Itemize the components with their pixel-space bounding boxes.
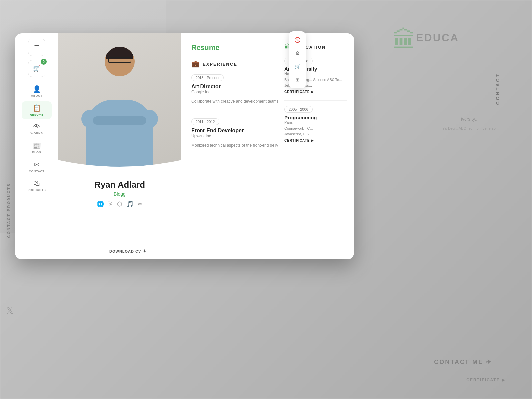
blog-icon: 📰	[33, 142, 41, 150]
toolbar-btn-4[interactable]: ⊞	[291, 74, 303, 86]
social-icons: 🌐 𝕏 ⬡ 🎵 ✏	[65, 200, 175, 208]
bg-uni-text: iversity...	[461, 116, 479, 122]
profile-card-footer: DOWNLOAD CV ⬇ CONTACT ME ✈	[101, 243, 181, 259]
exp-company-1: Google Inc.	[191, 90, 221, 94]
experience-icon: 💼	[191, 60, 200, 68]
download-cv-label: DOWNLOAD CV	[109, 249, 141, 253]
sidebar-item-works[interactable]: 👁 WORKS	[22, 120, 52, 138]
person-head	[105, 47, 135, 76]
sidebar-item-about[interactable]: 👤 ABOUT	[22, 82, 52, 100]
cart-badge: 0	[41, 59, 47, 65]
download-cv-button[interactable]: DOWNLOAD CV ⬇	[109, 249, 146, 253]
edu-item-2: 2005 - 2006 Programming Paris Coursework…	[284, 106, 347, 142]
download-icon: ⬇	[143, 249, 146, 253]
bg-contact-vertical: CONTACT	[495, 73, 500, 105]
social-globe[interactable]: 🌐	[97, 200, 104, 208]
profile-photo-area	[58, 33, 181, 173]
contact-icon: ✉	[34, 161, 40, 169]
profile-title: Blogg	[65, 191, 175, 197]
bg-twitter-icon: 𝕏	[6, 305, 14, 316]
exp-date-2: 2011 - 2012	[191, 118, 219, 125]
bg-contact-me: CONTACT ME ✈	[434, 358, 492, 366]
sidebar-label-contact: CONTACT	[29, 170, 45, 173]
resume-icon: 📋	[33, 104, 41, 112]
right-toolbar: 🚫 ⚙ 🛒 ⊞	[289, 31, 306, 88]
edu-location-2: Paris	[284, 120, 347, 124]
social-spotify[interactable]: 🎵	[126, 200, 134, 208]
resume-title-rest: esume	[197, 43, 220, 52]
bg-uni-desc: r's Deg... ABC Techno... Jefferso...	[443, 126, 499, 130]
about-icon: 👤	[33, 85, 41, 93]
edu-divider	[284, 100, 347, 101]
profile-name: Ryan Adlard	[65, 180, 175, 190]
toolbar-btn-3[interactable]: 🛒	[291, 61, 303, 72]
social-pen[interactable]: ✏	[138, 200, 143, 208]
bg-certificate: CERTIFICATE ▶	[466, 378, 505, 382]
sidebar-item-blog[interactable]: 📰 BLOG	[22, 139, 52, 157]
exp-date-1: 2013 - Present	[191, 74, 224, 81]
exp-job-title-2: Front-End Developer	[191, 128, 244, 134]
sidebar-item-resume[interactable]: 📋 RESUME	[22, 101, 52, 119]
cert-link-1[interactable]: CERTIFICATE ▶	[284, 90, 347, 94]
sidebar-item-products[interactable]: 🛍 PRODUCTS	[22, 177, 52, 194]
sidebar-label-about: ABOUT	[31, 94, 43, 97]
cart-icon: 🛒	[33, 65, 40, 72]
exp-job-title-1: Art Director	[191, 84, 221, 90]
profile-wave	[58, 147, 181, 173]
cart-button[interactable]: 🛒 0	[28, 60, 45, 77]
sidebar-item-contact[interactable]: ✉ CONTACT	[22, 158, 52, 176]
profile-photo	[58, 33, 181, 173]
profile-card: Ryan Adlard Blogg 🌐 𝕏 ⬡ 🎵 ✏ DOWNLOAD CV …	[58, 33, 181, 259]
exp-company-2: Upwork Inc.	[191, 134, 244, 138]
person-arms-crossed	[93, 116, 146, 125]
menu-button[interactable]: ☰	[28, 39, 45, 56]
hamburger-icon: ☰	[34, 44, 39, 51]
profile-info-area: Ryan Adlard Blogg 🌐 𝕏 ⬡ 🎵 ✏	[58, 173, 181, 211]
main-sidebar: ☰ 🛒 0 👤 ABOUT 📋 RESUME 👁 WORKS 📰 BLOG ✉ …	[15, 33, 58, 259]
toolbar-btn-1[interactable]: 🚫	[291, 34, 303, 46]
resume-title-r: R	[191, 43, 197, 52]
sidebar-label-blog: BLOG	[32, 151, 41, 154]
social-twitter[interactable]: 𝕏	[108, 200, 113, 208]
sidebar-label-resume: RESUME	[30, 113, 44, 116]
person-glasses	[108, 57, 131, 63]
edu-title-2: Programming	[284, 115, 347, 120]
bg-edu-icon: 🏛	[392, 27, 416, 53]
bg-contact-products: CONTACT PRODUCTS	[7, 183, 11, 238]
edu-date-2: 2005 - 2006	[284, 106, 313, 113]
bg-edu-text: EDUCA	[416, 32, 459, 44]
cert-link-2[interactable]: CERTIFICATE ▶	[284, 139, 347, 142]
sidebar-label-products: PRODUCTS	[28, 188, 46, 192]
sidebar-label-works: WORKS	[31, 132, 43, 135]
social-github[interactable]: ⬡	[117, 200, 122, 208]
edu-desc-2: Coursework - C...Javascript, iOS...	[284, 126, 347, 137]
experience-title: EXPERIENCE	[203, 62, 237, 66]
toolbar-btn-2[interactable]: ⚙	[291, 47, 303, 59]
works-icon: 👁	[33, 123, 40, 131]
products-icon: 🛍	[33, 180, 40, 187]
